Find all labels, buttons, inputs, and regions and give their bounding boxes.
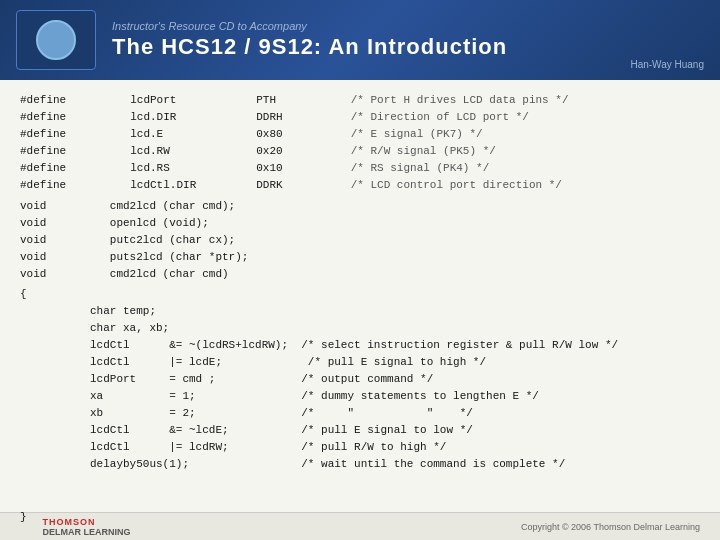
footer-left: } THOMSON DELMAR LEARNING: [20, 517, 131, 537]
define-keyword-4: #define: [20, 143, 130, 160]
body-lines: char temp; char xa, xb; lcdCtl &= ~(lcdR…: [90, 303, 700, 473]
define-comment-3: /* E signal (PK7) */: [351, 126, 700, 143]
body-line-5: lcdPort = cmd ; /* output command */: [90, 371, 700, 388]
define-row-lcdrw: #define lcd.RW 0x20 /* R/W signal (PK5) …: [20, 143, 700, 160]
void-line-1: void cmd2lcd (char cmd);: [20, 198, 700, 215]
globe-icon: [36, 20, 76, 60]
define-row-lcde: #define lcd.E 0x80 /* E signal (PK7) */: [20, 126, 700, 143]
define-value-6: DDRK: [256, 177, 350, 194]
body-line-4: lcdCtl |= lcdE; /* pull E signal to high…: [90, 354, 700, 371]
define-name-5: lcd.RS: [130, 160, 256, 177]
body-line-9: lcdCtl |= lcdRW; /* pull R/W to high */: [90, 439, 700, 456]
define-row-lcdrs: #define lcd.RS 0x10 /* RS signal (PK4) *…: [20, 160, 700, 177]
define-keyword-1: #define: [20, 92, 130, 109]
define-name-6: lcdCtl.DIR: [130, 177, 256, 194]
void-line-4: void puts2lcd (char *ptr);: [20, 249, 700, 266]
body-line-6: xa = 1; /* dummy statements to lengthen …: [90, 388, 700, 405]
define-keyword-3: #define: [20, 126, 130, 143]
define-name-4: lcd.RW: [130, 143, 256, 160]
header-title: The HCS12 / 9S12: An Introduction: [112, 34, 704, 60]
define-table: #define lcdPort PTH /* Port H drives LCD…: [20, 92, 700, 194]
define-value-2: DDRH: [256, 109, 350, 126]
void-line-2: void openlcd (void);: [20, 215, 700, 232]
body-line-8: lcdCtl &= ~lcdE; /* pull E signal to low…: [90, 422, 700, 439]
body-line-3: lcdCtl &= ~(lcdRS+lcdRW); /* select inst…: [90, 337, 700, 354]
body-line-2: char xa, xb;: [90, 320, 700, 337]
main-content: #define lcdPort PTH /* Port H drives LCD…: [0, 80, 720, 540]
body-line-7: xb = 2; /* " " */: [90, 405, 700, 422]
footer: } THOMSON DELMAR LEARNING Copyright © 20…: [0, 512, 720, 540]
define-keyword-2: #define: [20, 109, 130, 126]
copyright-text: Copyright © 2006 Thomson Delmar Learning: [521, 522, 700, 532]
define-row-lcddir: #define lcd.DIR DDRH /* Direction of LCD…: [20, 109, 700, 126]
define-value-1: PTH: [256, 92, 350, 109]
close-brace: }: [20, 511, 27, 523]
define-value-5: 0x10: [256, 160, 350, 177]
define-comment-1: /* Port H drives LCD data pins */: [351, 92, 700, 109]
define-row-lcdport: #define lcdPort PTH /* Port H drives LCD…: [20, 92, 700, 109]
define-keyword-6: #define: [20, 177, 130, 194]
define-name-3: lcd.E: [130, 126, 256, 143]
define-name-1: lcdPort: [130, 92, 256, 109]
header: Instructor's Resource CD to Accompany Th…: [0, 0, 720, 80]
code-block: #define lcdPort PTH /* Port H drives LCD…: [20, 92, 700, 473]
void-declarations: void cmd2lcd (char cmd); void openlcd (v…: [20, 198, 700, 283]
define-value-4: 0x20: [256, 143, 350, 160]
void-line-5: void cmd2lcd (char cmd): [20, 266, 700, 283]
header-subtitle: Instructor's Resource CD to Accompany: [112, 20, 704, 32]
define-comment-6: /* LCD control port direction */: [351, 177, 700, 194]
body-line-10: delayby50us(1); /* wait until the comman…: [90, 456, 700, 473]
define-name-2: lcd.DIR: [130, 109, 256, 126]
define-value-3: 0x80: [256, 126, 350, 143]
void-line-3: void putc2lcd (char cx);: [20, 232, 700, 249]
define-comment-5: /* RS signal (PK4) */: [351, 160, 700, 177]
author-name: Han-Way Huang: [630, 59, 704, 70]
logo-graphic: [26, 15, 86, 65]
logo-container: [16, 10, 96, 70]
define-keyword-5: #define: [20, 160, 130, 177]
thomson-label: THOMSON: [43, 517, 131, 527]
open-brace: {: [20, 286, 700, 303]
header-text-block: Instructor's Resource CD to Accompany Th…: [112, 20, 704, 60]
body-line-1: char temp;: [90, 303, 700, 320]
delmar-label: DELMAR LEARNING: [43, 527, 131, 537]
define-row-lcdctldir: #define lcdCtl.DIR DDRK /* LCD control p…: [20, 177, 700, 194]
footer-publisher: THOMSON DELMAR LEARNING: [43, 517, 131, 537]
function-body: { char temp; char xa, xb; lcdCtl &= ~(lc…: [20, 286, 700, 474]
define-comment-2: /* Direction of LCD port */: [351, 109, 700, 126]
define-comment-4: /* R/W signal (PK5) */: [351, 143, 700, 160]
